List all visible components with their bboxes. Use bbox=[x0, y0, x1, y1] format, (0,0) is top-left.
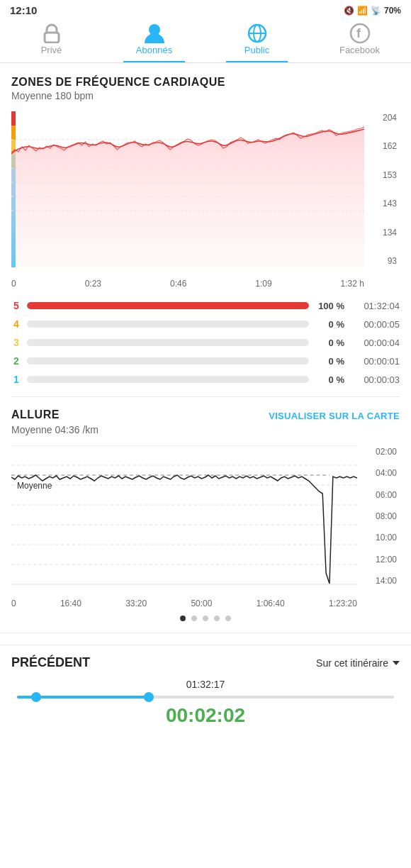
itineraire-select[interactable]: Sur cet itinéraire bbox=[316, 657, 400, 669]
tab-public-label: Public bbox=[244, 45, 269, 55]
pace-y-1200: 12:00 bbox=[357, 555, 400, 564]
pace-chart-area bbox=[11, 445, 357, 587]
signal-icon: 📡 bbox=[371, 6, 381, 16]
slider-dot-right[interactable] bbox=[144, 692, 154, 702]
visualiser-link[interactable]: VISUALISER SUR LA CARTE bbox=[269, 411, 400, 421]
bottom-section: PRÉCÉDENT Sur cet itinéraire 01:32:17 00… bbox=[0, 645, 411, 734]
pace-x-labels: 0 16:40 33:20 50:00 1:06:40 1:23:20 bbox=[11, 594, 357, 608]
zone-3-pct: 0 % bbox=[315, 338, 344, 348]
allure-header: ALLURE VISUALISER SUR LA CARTE bbox=[11, 408, 400, 423]
pace-y-1000: 10:00 bbox=[357, 533, 400, 542]
dot-4[interactable] bbox=[214, 616, 220, 621]
zone-4-time: 00:00:05 bbox=[350, 319, 400, 330]
pace-chart: Moyenne 02:00 04:00 06:00 08:00 10:00 12… bbox=[11, 445, 400, 608]
pace-y-200: 02:00 bbox=[357, 447, 400, 457]
status-bar: 12:10 🔇 📶 📡 70% bbox=[0, 0, 411, 19]
zone-4-track bbox=[27, 321, 309, 328]
hr-subtitle: Moyenne 180 bpm bbox=[11, 90, 400, 101]
zone-1-pct: 0 % bbox=[315, 374, 344, 385]
allure-subtitle: Moyenne 04:36 /km bbox=[11, 424, 400, 435]
zone-row-3: 3 0 % 00:00:04 bbox=[11, 337, 400, 348]
divider-2 bbox=[0, 633, 411, 633]
svg-rect-0 bbox=[45, 33, 59, 43]
slider-dot-left[interactable] bbox=[31, 692, 41, 702]
divider-1 bbox=[11, 396, 400, 397]
zone-5-track bbox=[27, 302, 309, 309]
zone-2-track bbox=[27, 357, 309, 365]
zone-3-time: 00:00:04 bbox=[350, 338, 400, 348]
pace-x-0: 0 bbox=[11, 599, 16, 608]
allure-section: ALLURE VISUALISER SUR LA CARTE Moyenne 0… bbox=[11, 408, 400, 621]
pace-y-600: 06:00 bbox=[357, 490, 400, 500]
zone-2-pct: 0 % bbox=[315, 356, 344, 367]
lock-icon bbox=[38, 23, 66, 43]
hr-chart: 204 162 153 143 134 93 0 0:23 0:46 1:09 … bbox=[11, 111, 400, 289]
allure-title: ALLURE bbox=[11, 408, 60, 421]
globe-icon bbox=[243, 23, 271, 43]
hr-chart-area bbox=[11, 111, 364, 267]
pace-x-5000: 50:00 bbox=[191, 599, 212, 608]
hr-x-023: 0:23 bbox=[85, 279, 101, 289]
zone-3-num: 3 bbox=[11, 337, 21, 348]
pace-y-labels: 02:00 04:00 06:00 08:00 10:00 12:00 14:0… bbox=[357, 445, 400, 587]
svg-text:f: f bbox=[356, 26, 361, 40]
battery-icon: 70% bbox=[384, 6, 401, 16]
tab-prive[interactable]: Privé bbox=[0, 19, 103, 62]
pace-x-10640: 1:06:40 bbox=[257, 599, 285, 608]
dot-1[interactable] bbox=[180, 616, 186, 621]
zone-row-1: 1 0 % 00:00:03 bbox=[11, 374, 400, 385]
facebook-icon: f bbox=[346, 23, 374, 43]
main-content: ZONES DE FRÉQUENCE CARDIAQUE Moyenne 180… bbox=[0, 63, 411, 621]
zone-2-num: 2 bbox=[11, 355, 21, 367]
tab-facebook[interactable]: f Facebook bbox=[308, 19, 411, 62]
dot-5[interactable] bbox=[225, 616, 231, 621]
hr-y-label-134: 134 bbox=[364, 228, 400, 238]
hr-y-label-162: 162 bbox=[364, 141, 400, 151]
pace-y-800: 08:00 bbox=[357, 511, 400, 521]
pace-x-3320: 33:20 bbox=[125, 599, 147, 608]
chevron-down-icon bbox=[393, 661, 400, 665]
status-icons: 🔇 📶 📡 70% bbox=[344, 6, 401, 16]
moyenne-label: Moyenne bbox=[17, 481, 52, 491]
zone-4-num: 4 bbox=[11, 318, 21, 330]
hr-y-label-204: 204 bbox=[364, 113, 400, 123]
wifi-icon: 📶 bbox=[357, 6, 368, 16]
tab-public[interactable]: Public bbox=[206, 19, 308, 62]
precedent-title: PRÉCÉDENT bbox=[11, 655, 90, 670]
hr-y-label-93: 93 bbox=[364, 256, 400, 266]
person-icon bbox=[140, 23, 169, 43]
pagination-dots bbox=[11, 616, 400, 621]
precedent-row: PRÉCÉDENT Sur cet itinéraire bbox=[11, 655, 400, 670]
slider-track[interactable] bbox=[17, 696, 394, 699]
zone-5-pct: 100 % bbox=[315, 301, 344, 311]
zone-1-track bbox=[27, 376, 309, 383]
zone-row-5: 5 100 % 01:32:04 bbox=[11, 300, 400, 311]
hr-x-046: 0:46 bbox=[170, 279, 186, 289]
zone-2-time: 00:00:01 bbox=[350, 356, 400, 367]
pace-y-1400: 14:00 bbox=[357, 576, 400, 586]
zone-1-time: 00:00:03 bbox=[350, 374, 400, 385]
tab-abonnes[interactable]: Abonnés bbox=[103, 19, 206, 62]
zone-5-num: 5 bbox=[11, 300, 21, 311]
zone-4-pct: 0 % bbox=[315, 319, 344, 330]
hr-title: ZONES DE FRÉQUENCE CARDIAQUE bbox=[11, 76, 400, 89]
tab-prive-label: Privé bbox=[41, 45, 62, 55]
tab-facebook-label: Facebook bbox=[339, 45, 380, 55]
hr-x-109: 1:09 bbox=[255, 279, 271, 289]
hr-x-labels: 0 0:23 0:46 1:09 1:32 h bbox=[11, 274, 364, 289]
status-time: 12:10 bbox=[10, 4, 37, 16]
tab-bar: Privé Abonnés Public f Facebook bbox=[0, 19, 411, 63]
itineraire-label: Sur cet itinéraire bbox=[316, 657, 388, 669]
zone-row-4: 4 0 % 00:00:05 bbox=[11, 318, 400, 330]
zone-5-time: 01:32:04 bbox=[350, 301, 400, 311]
zone-row-2: 2 0 % 00:00:01 bbox=[11, 355, 400, 367]
pace-x-12320: 1:23:20 bbox=[329, 599, 357, 608]
green-time-display: 00:02:02 bbox=[11, 704, 400, 727]
hr-x-132: 1:32 h bbox=[341, 279, 364, 289]
pace-x-1640: 16:40 bbox=[60, 599, 81, 608]
zone-1-num: 1 bbox=[11, 374, 21, 385]
pace-y-400: 04:00 bbox=[357, 468, 400, 478]
dot-2[interactable] bbox=[191, 616, 197, 621]
zone-bars: 5 100 % 01:32:04 4 0 % 00:00:05 3 bbox=[11, 300, 400, 385]
dot-3[interactable] bbox=[203, 616, 208, 621]
